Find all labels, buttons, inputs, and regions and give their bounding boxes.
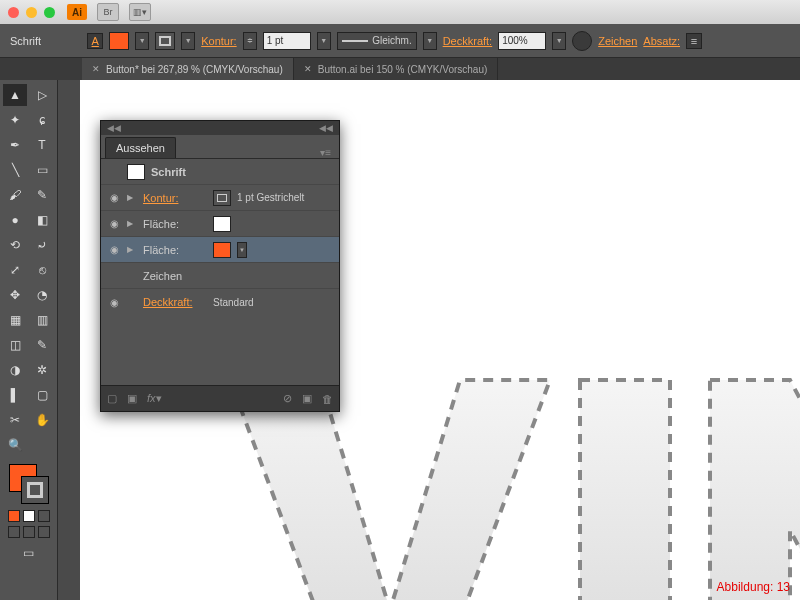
align-left-icon[interactable]: ≡ xyxy=(686,33,702,49)
disclosure-icon[interactable]: ▶ xyxy=(127,219,137,228)
document-tab-active[interactable]: ✕ Button* bei 267,89 % (CMYK/Vorschau) xyxy=(82,58,294,80)
stroke-dropdown[interactable]: ▼ xyxy=(181,32,195,50)
draw-behind-icon[interactable] xyxy=(23,526,35,538)
slice-tool[interactable]: ✂ xyxy=(3,409,27,431)
panel-collapse-right-icon[interactable]: ◀◀ xyxy=(319,123,333,133)
blob-brush-tool[interactable]: ● xyxy=(3,209,27,231)
gradient-tool[interactable]: ◫ xyxy=(3,334,27,356)
traffic-lights xyxy=(8,7,55,18)
stroke-box[interactable] xyxy=(21,476,49,504)
appearance-panel: ◀◀ ◀◀ Aussehen ▾≡ Schrift ◉ ▶ Kontur: 1 … xyxy=(100,120,340,412)
stroke-weight-input[interactable] xyxy=(263,32,311,50)
line-tool[interactable]: ╲ xyxy=(3,159,27,181)
disclosure-icon[interactable]: ▶ xyxy=(127,193,137,202)
zoom-tool[interactable]: 🔍 xyxy=(3,434,27,456)
direct-selection-tool[interactable]: ▷ xyxy=(30,84,54,106)
visibility-toggle-icon[interactable]: ◉ xyxy=(107,192,121,203)
width-tool[interactable]: ⎋ xyxy=(30,259,54,281)
type-thumb-icon xyxy=(127,164,145,180)
minimize-window-icon[interactable] xyxy=(26,7,37,18)
add-stroke-icon[interactable]: ▢ xyxy=(107,392,117,405)
clear-appearance-icon[interactable]: ⊘ xyxy=(283,392,292,405)
pencil-tool[interactable]: ✎ xyxy=(30,184,54,206)
shape-builder-tool[interactable]: ◔ xyxy=(30,284,54,306)
fill-swatch[interactable] xyxy=(213,216,231,232)
draw-inside-icon[interactable] xyxy=(38,526,50,538)
visibility-toggle-icon[interactable]: ◉ xyxy=(107,218,121,229)
free-transform-tool[interactable]: ✥ xyxy=(3,284,27,306)
opacity-dropdown[interactable]: ▼ xyxy=(552,32,566,50)
fill-swatch[interactable] xyxy=(213,242,231,258)
artboard-tool[interactable]: ▢ xyxy=(30,384,54,406)
row-label[interactable]: Kontur: xyxy=(143,192,207,204)
swatch-dropdown[interactable]: ▼ xyxy=(237,242,247,258)
stroke-profile-dropdown[interactable]: Gleichm. xyxy=(337,32,417,50)
opacity-label[interactable]: Deckkraft: xyxy=(443,35,493,47)
screen-mode-button[interactable]: ▭ xyxy=(17,542,41,564)
stroke-swatch[interactable] xyxy=(155,32,175,50)
absatz-link[interactable]: Absatz: xyxy=(643,35,680,47)
fill-swatch[interactable] xyxy=(109,32,129,50)
fill-stroke-control[interactable] xyxy=(7,462,51,506)
opacity-input[interactable] xyxy=(498,32,546,50)
row-value: Standard xyxy=(213,297,254,308)
appearance-row-characters[interactable]: Zeichen xyxy=(101,263,339,289)
kontur-label[interactable]: Kontur: xyxy=(201,35,236,47)
draw-normal-icon[interactable] xyxy=(8,526,20,538)
panel-grip[interactable]: ◀◀ ◀◀ xyxy=(101,121,339,135)
lasso-tool[interactable]: ɕ xyxy=(30,109,54,131)
maximize-window-icon[interactable] xyxy=(44,7,55,18)
stroke-weight-dropdown[interactable]: ▼ xyxy=(317,32,331,50)
hand-tool[interactable]: ✋ xyxy=(30,409,54,431)
visibility-toggle-icon[interactable]: ◉ xyxy=(107,244,121,255)
reflect-tool[interactable]: ⤾ xyxy=(30,234,54,256)
document-tab-inactive[interactable]: ✕ Button.ai bei 150 % (CMYK/Vorschau) xyxy=(294,58,499,80)
panel-collapse-left-icon[interactable]: ◀◀ xyxy=(107,123,121,133)
visibility-toggle-icon[interactable]: ◉ xyxy=(107,297,121,308)
close-window-icon[interactable] xyxy=(8,7,19,18)
context-label: Schrift xyxy=(8,35,41,47)
fill-dropdown[interactable]: ▼ xyxy=(135,32,149,50)
tab-close-icon[interactable]: ✕ xyxy=(92,64,100,74)
symbol-sprayer-tool[interactable]: ✲ xyxy=(30,359,54,381)
add-effect-button[interactable]: fx▾ xyxy=(147,392,162,405)
pen-tool[interactable]: ✒ xyxy=(3,134,27,156)
stroke-profile-caret[interactable]: ▼ xyxy=(423,32,437,50)
rotate-tool[interactable]: ⟲ xyxy=(3,234,27,256)
paintbrush-tool[interactable]: 🖌 xyxy=(3,184,27,206)
appearance-row-stroke[interactable]: ◉ ▶ Kontur: 1 pt Gestrichelt xyxy=(101,185,339,211)
row-label[interactable]: Deckkraft: xyxy=(143,296,207,308)
duplicate-item-icon[interactable]: ▣ xyxy=(302,392,312,405)
type-tool[interactable]: T xyxy=(30,134,54,156)
stroke-swatch[interactable] xyxy=(213,190,231,206)
eyedropper-tool[interactable]: ✎ xyxy=(30,334,54,356)
panel-tab-appearance[interactable]: Aussehen xyxy=(105,137,176,158)
appearance-row-type[interactable]: Schrift xyxy=(101,159,339,185)
rectangle-tool[interactable]: ▭ xyxy=(30,159,54,181)
arrange-documents-button[interactable]: ▥▾ xyxy=(129,3,151,21)
appearance-row-fill-2[interactable]: ◉ ▶ Fläche: ▼ xyxy=(101,237,339,263)
gradient-mode-icon[interactable] xyxy=(23,510,35,522)
zeichen-link[interactable]: Zeichen xyxy=(598,35,637,47)
selection-tool[interactable]: ▲ xyxy=(3,84,27,106)
delete-item-icon[interactable]: 🗑 xyxy=(322,393,333,405)
color-mode-icon[interactable] xyxy=(8,510,20,522)
appearance-row-opacity[interactable]: ◉ Deckkraft: Standard xyxy=(101,289,339,315)
appearance-row-fill-1[interactable]: ◉ ▶ Fläche: xyxy=(101,211,339,237)
column-graph-tool[interactable]: ▌ xyxy=(3,384,27,406)
recolor-button[interactable] xyxy=(572,31,592,51)
none-mode-icon[interactable] xyxy=(38,510,50,522)
stroke-weight-stepper[interactable]: ≑ xyxy=(243,32,257,50)
scale-tool[interactable]: ⤢ xyxy=(3,259,27,281)
bridge-button[interactable]: Br xyxy=(97,3,119,21)
eraser-tool[interactable]: ◧ xyxy=(30,209,54,231)
perspective-tool[interactable]: ▦ xyxy=(3,309,27,331)
disclosure-icon[interactable]: ▶ xyxy=(127,245,137,254)
mesh-tool[interactable]: ▥ xyxy=(30,309,54,331)
panel-menu-icon[interactable]: ▾≡ xyxy=(320,147,335,158)
tab-close-icon[interactable]: ✕ xyxy=(304,64,312,74)
add-fill-icon[interactable]: ▣ xyxy=(127,392,137,405)
blend-tool[interactable]: ◑ xyxy=(3,359,27,381)
row-label: Fläche: xyxy=(143,244,207,256)
magic-wand-tool[interactable]: ✦ xyxy=(3,109,27,131)
